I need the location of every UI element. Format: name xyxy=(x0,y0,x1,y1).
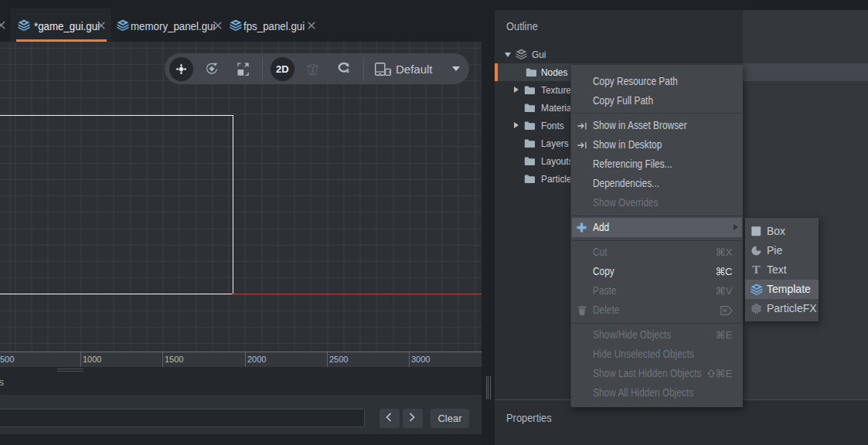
svg-text:T: T xyxy=(752,263,761,276)
